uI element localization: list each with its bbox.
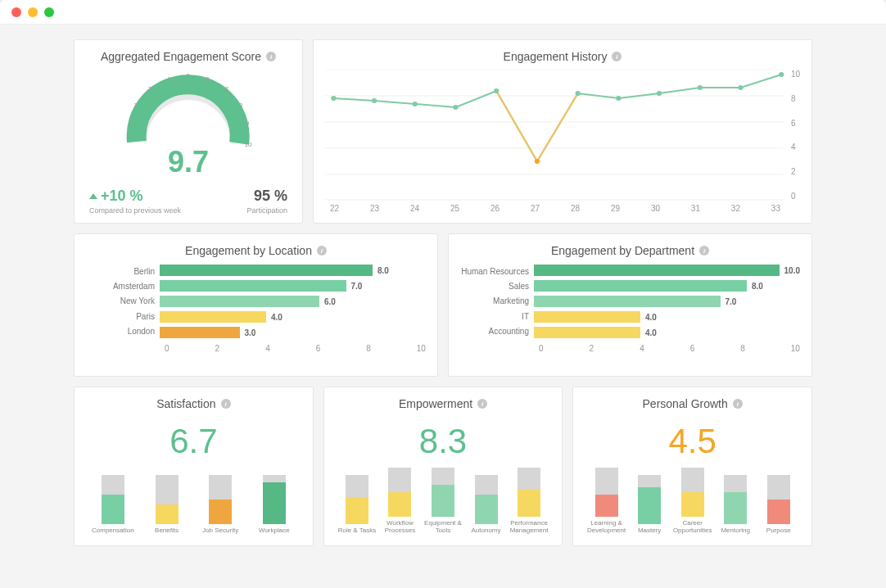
vbar-fill bbox=[724, 492, 747, 524]
svg-text:6: 6 bbox=[206, 75, 210, 83]
vbar-remainder bbox=[432, 468, 454, 485]
satisfaction-bars: CompensationBenefitsJob SecurityWorkplac… bbox=[86, 469, 301, 535]
vbar-fill bbox=[681, 492, 704, 517]
info-icon[interactable]: i bbox=[221, 399, 231, 409]
vbar-column: Workflow Processes bbox=[378, 468, 422, 535]
hbar-bar bbox=[534, 265, 780, 276]
hbar-bar bbox=[534, 311, 640, 323]
info-icon[interactable]: i bbox=[612, 52, 622, 61]
vbar-column: Role & Tasks bbox=[336, 475, 379, 535]
hbar-bar bbox=[160, 327, 240, 338]
vbar-fill bbox=[518, 490, 540, 517]
svg-text:2: 2 bbox=[134, 102, 138, 109]
hbar-row: 8.0 bbox=[534, 279, 800, 292]
info-icon[interactable]: i bbox=[733, 399, 743, 409]
svg-point-25 bbox=[738, 85, 743, 90]
vbar-label: Role & Tasks bbox=[338, 527, 377, 535]
hbar-value: 7.0 bbox=[351, 282, 363, 291]
vbar-remainder bbox=[518, 468, 540, 490]
hbar-bar bbox=[160, 265, 373, 276]
vbar-column: Compensation bbox=[86, 475, 140, 535]
hbar-row: 4.0 bbox=[534, 310, 800, 323]
vbar-column: Learning & Development bbox=[585, 468, 628, 535]
window-maximize-button[interactable] bbox=[44, 7, 54, 17]
svg-text:7: 7 bbox=[225, 85, 229, 93]
svg-point-17 bbox=[372, 98, 377, 103]
x-axis: 2223 2425 2627 2829 3031 3233 bbox=[325, 201, 800, 213]
window-close-button[interactable] bbox=[11, 7, 21, 17]
svg-text:5: 5 bbox=[187, 72, 191, 79]
vbar-remainder bbox=[681, 468, 704, 492]
info-icon[interactable]: i bbox=[699, 246, 709, 256]
info-icon[interactable]: i bbox=[317, 246, 327, 256]
hbar-label: Sales bbox=[460, 282, 529, 291]
svg-text:3: 3 bbox=[148, 85, 152, 93]
vbar-remainder bbox=[156, 475, 179, 504]
card-personal-growth: Personal Growth i 4.5 Learning & Develop… bbox=[572, 387, 812, 546]
hbar-label: London bbox=[86, 327, 155, 336]
hbar-row: 4.0 bbox=[160, 310, 426, 323]
vbar-remainder bbox=[595, 468, 618, 495]
participation-value: 95 % bbox=[246, 188, 287, 205]
up-arrow-icon bbox=[89, 193, 97, 199]
hbar-label: Paris bbox=[86, 312, 155, 321]
card-title: Engagement by Department bbox=[551, 244, 694, 257]
svg-point-24 bbox=[698, 85, 703, 90]
card-satisfaction: Satisfaction i 6.7 CompensationBenefitsJ… bbox=[74, 387, 314, 546]
empowerment-score: 8.3 bbox=[336, 422, 551, 461]
hbar-label: Berlin bbox=[86, 267, 155, 276]
vbar-fill bbox=[432, 485, 454, 517]
gauge-chart: 1 2 3 4 5 6 7 8 9 10 bbox=[86, 70, 291, 160]
vbar-column: Career Opportunities bbox=[671, 468, 714, 535]
satisfaction-score: 6.7 bbox=[86, 422, 301, 461]
vbar-label: Workplace bbox=[259, 527, 290, 535]
svg-point-23 bbox=[657, 91, 662, 96]
vbar-fill bbox=[595, 495, 618, 517]
dashboard-canvas: Aggregated Engagement Score i 1 2 3 4 5 bbox=[0, 25, 886, 588]
hbar-label: Accounting bbox=[460, 327, 529, 336]
participation-caption: Participation bbox=[246, 206, 287, 215]
vbar-remainder bbox=[767, 475, 790, 500]
hbar-row: 7.0 bbox=[534, 295, 800, 308]
delta-caption: Compared to previous week bbox=[89, 206, 181, 215]
card-engagement-history: Engagement History i bbox=[313, 39, 812, 224]
hbar-label: Marketing bbox=[460, 296, 529, 305]
svg-point-22 bbox=[616, 96, 621, 101]
svg-text:10: 10 bbox=[245, 141, 252, 148]
hbar-label: New York bbox=[86, 296, 155, 305]
vbar-column: Job Security bbox=[193, 475, 247, 535]
vbar-label: Mentoring bbox=[721, 527, 750, 535]
vbar-label: Compensation bbox=[92, 527, 134, 535]
vbar-column: Equipment & Tools bbox=[422, 468, 465, 535]
vbar-fill bbox=[263, 482, 286, 524]
vbar-remainder bbox=[263, 475, 286, 482]
vbar-fill bbox=[388, 492, 411, 517]
info-icon[interactable]: i bbox=[477, 399, 487, 409]
card-title: Satisfaction bbox=[156, 397, 215, 410]
svg-point-20 bbox=[494, 88, 499, 93]
hbar-value: 4.0 bbox=[645, 328, 657, 337]
hbar-value: 4.0 bbox=[271, 313, 283, 322]
growth-score: 4.5 bbox=[585, 422, 800, 461]
card-title: Aggregated Engagement Score bbox=[101, 50, 261, 63]
vbar-fill bbox=[638, 487, 661, 524]
vbar-label: Benefits bbox=[155, 527, 179, 535]
hbar-bar bbox=[534, 327, 640, 338]
delta-value: +10 % bbox=[89, 188, 181, 205]
info-icon[interactable]: i bbox=[266, 52, 276, 61]
vbar-label: Job Security bbox=[202, 527, 238, 535]
x-axis: 02 46 810 bbox=[165, 344, 426, 353]
vbar-remainder bbox=[475, 475, 498, 495]
svg-point-26 bbox=[779, 72, 784, 77]
vbar-fill bbox=[346, 497, 368, 524]
window-minimize-button[interactable] bbox=[28, 7, 38, 17]
card-empowerment: Empowerment i 8.3 Role & TasksWorkflow P… bbox=[323, 387, 563, 546]
hbar-bar bbox=[534, 296, 721, 307]
vbar-column: Autonomy bbox=[464, 475, 508, 535]
vbar-remainder bbox=[724, 475, 747, 492]
svg-point-18 bbox=[413, 102, 418, 106]
department-labels: Human ResourcesSalesMarketingITAccountin… bbox=[460, 264, 534, 339]
vbar-fill bbox=[209, 500, 232, 524]
growth-bars: Learning & DevelopmentMasteryCareer Oppo… bbox=[585, 469, 800, 535]
vbar-column: Benefits bbox=[140, 475, 194, 535]
